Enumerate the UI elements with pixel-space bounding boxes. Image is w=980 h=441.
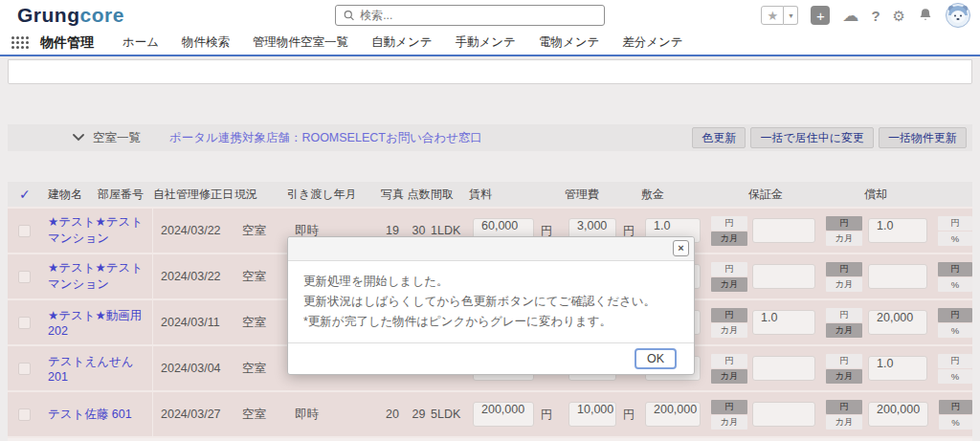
amortization-percent-toggle[interactable]: % [939,415,972,430]
help-icon[interactable]: ? [871,8,880,24]
favorite-split-button[interactable]: ★ ▼ [761,6,798,25]
row-checkbox[interactable] [18,317,31,329]
guarantee-unit-toggle: 円 カ月 [826,216,862,246]
deposit-month-toggle[interactable]: カ月 [711,277,747,292]
handover-value: 即時 [287,392,378,436]
deposit-month-toggle[interactable]: カ月 [711,369,747,384]
guarantee-unit-toggle: 円 カ月 [826,354,862,384]
star-icon[interactable]: ★ [761,6,784,25]
guarantee-yen-toggle[interactable]: 円 [826,354,862,368]
amortization-yen-toggle[interactable]: 円 [938,262,972,276]
status-value: 空室 [234,392,287,436]
building-link[interactable]: ★テスト★テストマンション [48,260,152,293]
deposit-month-toggle[interactable]: カ月 [711,415,747,430]
amortization-unit-toggle: 円 % [938,262,972,292]
gear-icon[interactable]: ⚙ [893,9,905,23]
rent-unit-label: 円 [541,407,552,423]
bulk-occupied-button[interactable]: 一括で居住中に変更 [750,127,874,148]
deposit-input[interactable]: 200,000 [645,402,701,427]
bell-icon[interactable] [918,8,933,23]
deposit-yen-toggle[interactable]: 円 [711,262,747,276]
chevron-down-icon[interactable] [73,134,84,142]
deposit-yen-toggle[interactable]: 円 [711,308,747,322]
deposit-yen-toggle[interactable]: 円 [711,216,747,231]
guarantee-yen-toggle[interactable]: 円 [826,262,862,276]
amortization-percent-toggle[interactable]: % [938,232,972,246]
row-checkbox[interactable] [18,271,31,283]
building-link[interactable]: テストえんせん 201 [48,354,152,384]
guarantee-input[interactable] [752,264,815,289]
guarantee-input[interactable] [752,402,815,427]
dialog-header: × [288,237,694,261]
nav-item-auto-maint[interactable]: 自動メンテ [371,34,432,51]
sync-cloud-icon[interactable]: ☁ [842,8,858,24]
guarantee-yen-toggle[interactable]: 円 [826,308,862,322]
portal-inquiry-link[interactable]: ポータル連携対象店舗：ROOMSELECTお問い合わせ窓口 [169,130,482,146]
col-mgmt-fee: 管理費 [565,187,641,203]
deposit-month-toggle[interactable]: カ月 [711,232,747,246]
app-launcher-icon[interactable] [11,36,29,49]
row-checkbox[interactable] [18,225,31,237]
modified-date: 2024/03/11 [153,300,234,344]
amortization-yen-toggle[interactable]: 円 [938,308,972,322]
deposit-yen-toggle[interactable]: 円 [711,354,747,368]
building-link[interactable]: ★テスト★動画用 202 [48,308,152,338]
global-search[interactable] [335,5,605,26]
select-all-checkbox[interactable]: ✓ [19,187,31,202]
nav-item-denbutsu-maint[interactable]: 電物メンテ [539,34,599,51]
guarantee-yen-toggle[interactable]: 円 [826,400,862,414]
row-checkbox[interactable] [18,408,31,421]
score-value: 29 [407,392,431,436]
close-icon[interactable]: × [673,240,689,256]
search-input[interactable] [360,9,596,22]
rent-input[interactable]: 200,000 [473,402,534,427]
guarantee-input[interactable] [752,356,815,381]
amortization-input[interactable] [868,264,927,289]
status-value: 空室 [234,346,287,390]
amortization-yen-toggle[interactable]: 円 [938,216,972,231]
mgmt-fee-input[interactable]: 10,000 [568,402,616,427]
nav-item-manual-maint[interactable]: 手動メンテ [455,34,515,51]
amortization-input[interactable]: 1.0 [868,356,927,381]
amortization-yen-toggle[interactable]: 円 [938,354,972,368]
nav-item-diff-maint[interactable]: 差分メンテ [622,34,682,51]
guarantee-month-toggle[interactable]: カ月 [826,369,862,384]
nav-item-vacancy-list[interactable]: 管理物件空室一覧 [253,34,348,51]
amortization-percent-toggle[interactable]: % [938,323,972,338]
amortization-yen-toggle[interactable]: 円 [939,400,972,414]
section-title[interactable]: 空室一覧 [93,130,141,146]
amortization-input[interactable]: 20,000 [868,310,927,335]
amortization-input[interactable]: 1.0 [868,218,927,243]
col-handover: 引き渡し年月 [287,187,378,203]
ok-button[interactable]: OK [635,348,677,369]
guarantee-month-toggle[interactable]: カ月 [826,277,862,292]
nav-item-property-search[interactable]: 物件検索 [182,34,230,51]
bulk-property-update-button[interactable]: 一括物件更新 [879,127,967,148]
amortization-percent-toggle[interactable]: % [938,369,972,384]
caret-down-icon[interactable]: ▼ [784,6,798,25]
nav-item-home[interactable]: ホーム [122,34,159,51]
status-value: 空室 [234,209,287,253]
modified-date: 2024/03/04 [153,346,234,390]
add-button[interactable]: + [811,6,830,25]
deposit-unit-toggle: 円 カ月 [711,400,747,430]
color-update-button[interactable]: 色更新 [692,127,746,148]
building-link[interactable]: ★テスト★テストマンション [48,214,152,247]
amortization-input[interactable]: 200,000 [868,402,928,427]
guarantee-input[interactable]: 1.0 [752,310,815,335]
guarantee-input[interactable] [752,218,815,243]
col-status: 現況 [234,187,287,203]
deposit-yen-toggle[interactable]: 円 [711,400,747,414]
dialog-line-3: *更新が完了した物件はピンクからグレーに変わります。 [303,312,679,332]
user-avatar[interactable] [946,3,970,28]
modified-date: 2024/03/22 [153,209,234,253]
row-checkbox[interactable] [18,363,31,375]
building-link[interactable]: テスト佐藤 601 [48,407,132,423]
guarantee-yen-toggle[interactable]: 円 [826,216,862,231]
table-header-row: ✓ 建物名 部屋番号 自社管理修正日 現況 引き渡し年月 写真 点数 間取 賃料… [8,182,972,207]
amortization-percent-toggle[interactable]: % [938,277,972,292]
guarantee-month-toggle[interactable]: カ月 [826,232,862,246]
guarantee-month-toggle[interactable]: カ月 [826,415,862,430]
deposit-month-toggle[interactable]: カ月 [711,323,747,338]
guarantee-month-toggle[interactable]: カ月 [826,323,862,338]
